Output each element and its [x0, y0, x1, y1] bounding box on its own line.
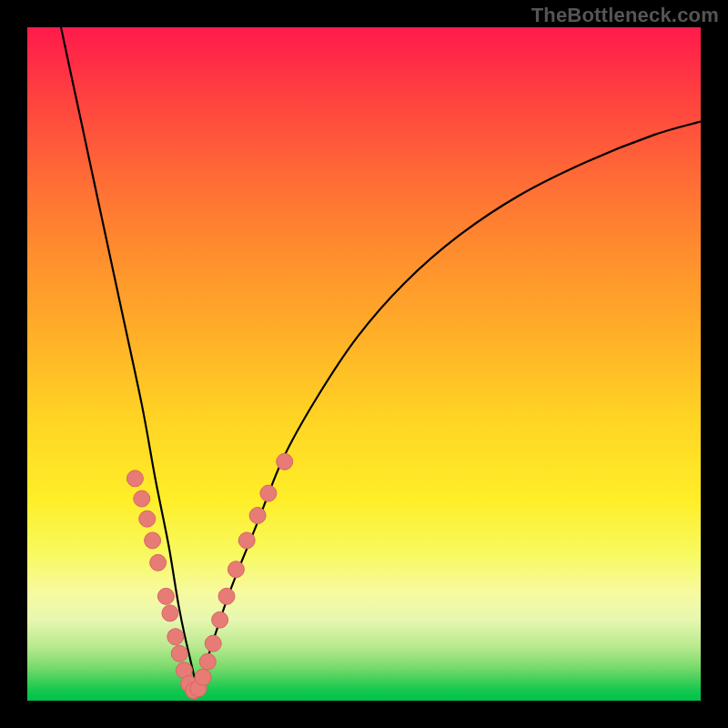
data-marker [126, 470, 143, 487]
data-marker [134, 490, 150, 507]
data-marker [205, 635, 221, 652]
data-marker [167, 629, 184, 645]
watermark-text: TheBottleneck.com [531, 4, 719, 27]
data-marker [228, 561, 244, 578]
data-marker [218, 588, 235, 604]
data-marker [176, 662, 192, 679]
chart-svg [27, 27, 701, 701]
data-marker [199, 653, 216, 670]
bottleneck-curve [61, 27, 701, 687]
data-marker [157, 588, 174, 604]
data-marker [171, 645, 187, 662]
data-marker [181, 676, 197, 693]
data-marker [260, 485, 277, 501]
data-marker [249, 508, 266, 524]
data-marker [150, 554, 167, 571]
data-marker [190, 681, 207, 697]
data-marker [277, 453, 293, 470]
data-marker [238, 532, 255, 549]
plot-area [27, 27, 701, 701]
curve-markers [126, 453, 292, 699]
chart-frame: TheBottleneck.com [0, 0, 728, 728]
data-marker [162, 605, 178, 622]
data-marker [145, 532, 161, 549]
data-marker [186, 682, 202, 699]
data-marker [139, 511, 156, 527]
data-marker [212, 612, 228, 628]
data-marker [195, 669, 211, 685]
